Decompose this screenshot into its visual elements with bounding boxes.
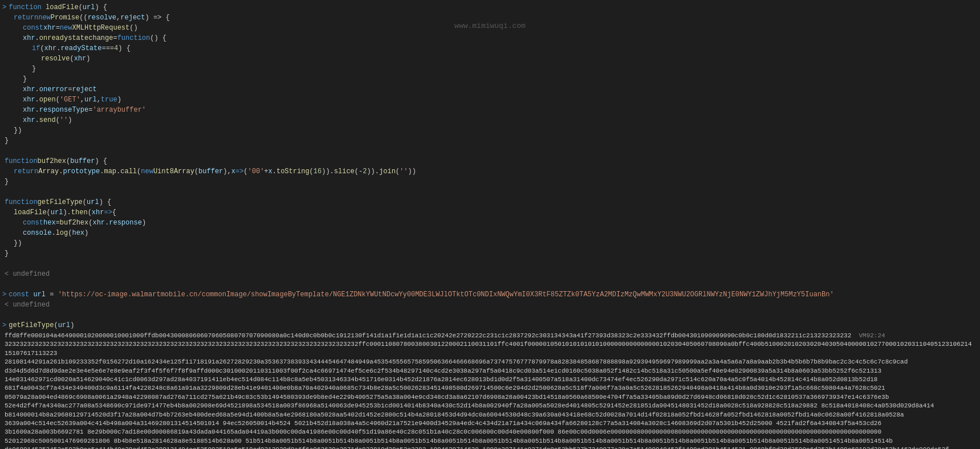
output-undefined-1: < undefined: [0, 269, 980, 279]
code-line: return new Promise((resolve, reject) => …: [0, 13, 980, 23]
prompt-line-call: > getFileType(url): [0, 320, 980, 330]
prompt-line-url: > const url = 'https://oc-image.walmartm…: [0, 289, 980, 300]
code-line: loadFile(url).then(xhr => {: [0, 207, 980, 218]
prompt-gt-url: >: [2, 289, 6, 300]
prompt-line-1: > function loadFile(url) {: [0, 2, 980, 13]
code-line: }: [0, 64, 980, 74]
prompt-gt-call: >: [2, 320, 6, 330]
code-line: }): [0, 238, 980, 248]
code-line: const xhr = new XMLHttpRequest(): [0, 23, 980, 33]
blank-line: [0, 259, 980, 269]
code-line: function getFileType(url) {: [0, 197, 980, 207]
code-line: if (xhr.readyState === 4) {: [0, 43, 980, 54]
code-line: xhr.onerror = reject: [0, 84, 980, 95]
code-line: }: [0, 136, 980, 146]
code-line: }: [0, 74, 980, 84]
code-line: xhr.open('GET', url, true): [0, 95, 980, 105]
code-line: resolve(xhr): [0, 54, 980, 64]
hex-output: ffd8ffe000104a46490001020000010001000ffd…: [0, 330, 980, 449]
code-line: }): [0, 125, 980, 136]
blank-line: [0, 146, 980, 156]
code-line: }: [0, 177, 980, 187]
blank-line: [0, 310, 980, 320]
terminal: www.mimiwuqi.com > function loadFile(url…: [0, 0, 980, 449]
blank-line: [0, 187, 980, 197]
code-line: }: [0, 248, 980, 259]
code-line: xhr.onreadystatechange = function() {: [0, 33, 980, 43]
code-line: xhr.responseType = 'arraybuffer': [0, 105, 980, 115]
url-code: const url = 'https://oc-image.walmartmob…: [9, 289, 978, 300]
call-code: getFileType(url): [9, 320, 978, 330]
code-line: function buf2hex(buffer) {: [0, 156, 980, 166]
code-line: xhr.send(''): [0, 115, 980, 125]
code-line: return Array.prototype.map.call(new Uint…: [0, 166, 980, 177]
blank-line: [0, 279, 980, 289]
code-line: console.log(hex): [0, 228, 980, 238]
code-line: const hex = buf2hex(xhr.response): [0, 218, 980, 228]
output-undefined-2: < undefined: [0, 300, 980, 310]
code-content: function loadFile(url) {: [9, 2, 978, 13]
prompt-gt: >: [2, 2, 6, 13]
